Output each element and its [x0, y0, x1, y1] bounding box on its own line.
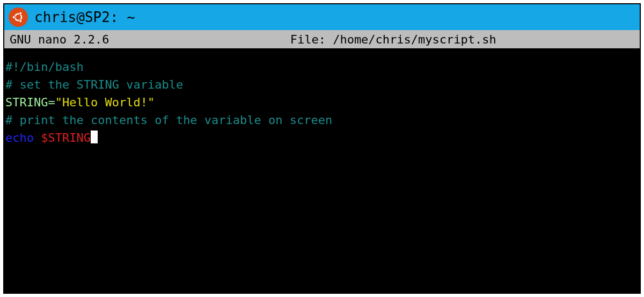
file-label: File: — [290, 33, 326, 46]
ubuntu-icon — [9, 8, 28, 27]
echo-variable: $STRING — [41, 131, 91, 144]
editor-area[interactable]: #!/bin/bash # set the STRING variable ST… — [4, 48, 640, 293]
nano-version: GNU nano 2.2.6 — [10, 33, 109, 46]
nano-statusbar: GNU nano 2.2.6 File: /home/chris/myscrip… — [4, 30, 640, 48]
shebang-line: #!/bin/bash — [5, 60, 84, 74]
assign-equals: = — [48, 96, 55, 109]
ubuntu-logo-svg — [11, 10, 26, 25]
terminal-window: chris@SP2: ~ GNU nano 2.2.6 File: /home/… — [3, 3, 641, 294]
assign-varname: STRING — [5, 96, 48, 109]
window-title: chris@SP2: ~ — [34, 9, 135, 25]
file-path: /home/chris/myscript.sh — [333, 33, 496, 46]
svg-point-3 — [19, 12, 22, 15]
comment-line-2: # print the contents of the variable on … — [5, 113, 332, 127]
nano-file-info: File: /home/chris/myscript.sh — [109, 33, 634, 46]
echo-keyword: echo — [5, 131, 34, 144]
svg-point-4 — [19, 20, 22, 23]
text-cursor — [91, 131, 98, 143]
comment-line-1: # set the STRING variable — [5, 78, 183, 91]
assign-string: "Hello World!" — [55, 96, 155, 109]
svg-point-2 — [12, 16, 15, 18]
titlebar[interactable]: chris@SP2: ~ — [4, 4, 640, 30]
